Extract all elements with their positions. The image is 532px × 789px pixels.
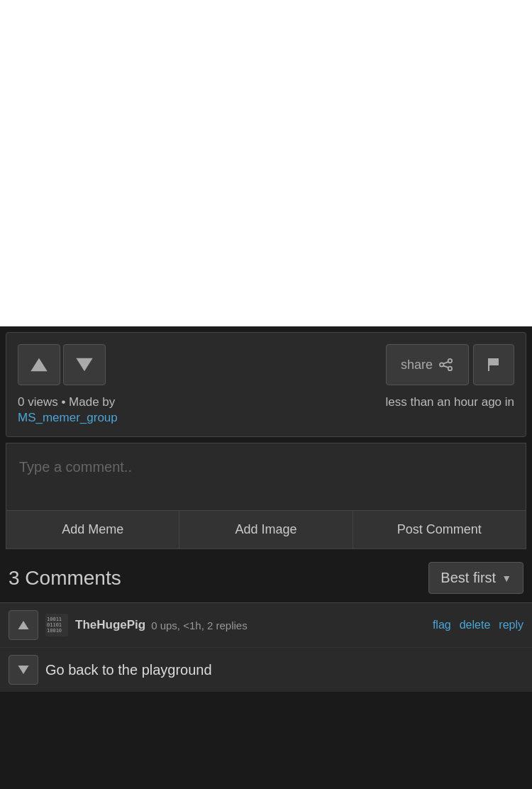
svg-marker-1 bbox=[76, 358, 92, 372]
comment-item: 10011 01101 10010 TheHugePig 0 ups, <1h,… bbox=[0, 602, 532, 692]
flag-icon bbox=[485, 356, 502, 373]
svg-point-2 bbox=[448, 359, 452, 363]
share-icon bbox=[438, 358, 454, 371]
comments-section: 3 Comments Best first ▼ 10011 01101 1001… bbox=[0, 549, 532, 692]
svg-marker-8 bbox=[18, 621, 29, 629]
svg-line-6 bbox=[443, 365, 448, 368]
svg-marker-0 bbox=[31, 358, 47, 372]
delete-comment-link[interactable]: delete bbox=[460, 619, 491, 631]
add-image-button[interactable]: Add Image bbox=[179, 511, 353, 548]
svg-line-5 bbox=[443, 362, 448, 364]
post-comment-button[interactable]: Post Comment bbox=[353, 511, 526, 548]
svg-text:01101: 01101 bbox=[47, 622, 62, 628]
comment-username: TheHugePig bbox=[75, 618, 145, 632]
comments-header: 3 Comments Best first ▼ bbox=[0, 549, 532, 602]
avatar: 10011 01101 10010 bbox=[45, 614, 68, 636]
post-panel: share 0 views • bbox=[6, 332, 526, 437]
comment-stats: 0 ups, <1h, 2 replies bbox=[151, 619, 248, 631]
comment-content-row: Go back to the playground bbox=[0, 648, 532, 692]
chevron-down-icon: ▼ bbox=[501, 573, 511, 584]
action-buttons: share bbox=[386, 344, 514, 385]
flag-button[interactable] bbox=[473, 344, 514, 385]
comment-actions: flag delete reply bbox=[433, 619, 523, 631]
content-area bbox=[0, 0, 532, 326]
comments-count: 3 Comments bbox=[9, 567, 121, 590]
comment-input-area: Add Meme Add Image Post Comment bbox=[6, 443, 526, 549]
comment-upvote-icon bbox=[17, 619, 30, 631]
share-button[interactable]: share bbox=[386, 344, 469, 385]
avatar-icon: 10011 01101 10010 bbox=[45, 614, 68, 636]
upvote-button[interactable] bbox=[18, 344, 60, 385]
comment-action-row: Add Meme Add Image Post Comment bbox=[6, 510, 526, 548]
flag-comment-link[interactable]: flag bbox=[433, 619, 451, 631]
comment-meta: TheHugePig 0 ups, <1h, 2 replies bbox=[75, 618, 426, 632]
comment-downvote-icon bbox=[17, 663, 30, 676]
downvote-icon bbox=[74, 355, 94, 375]
svg-text:10010: 10010 bbox=[47, 628, 62, 634]
time-ago: less than an hour ago in bbox=[386, 395, 514, 409]
svg-rect-7 bbox=[488, 358, 489, 371]
add-meme-button[interactable]: Add Meme bbox=[6, 511, 179, 548]
reply-comment-link[interactable]: reply bbox=[499, 619, 523, 631]
comment-textarea[interactable] bbox=[6, 443, 526, 507]
vote-buttons bbox=[18, 344, 106, 385]
svg-marker-13 bbox=[18, 666, 29, 674]
vote-share-row: share bbox=[18, 344, 514, 385]
upvote-icon bbox=[29, 355, 49, 375]
downvote-button[interactable] bbox=[63, 344, 106, 385]
comment-downvote-button[interactable] bbox=[9, 655, 38, 685]
share-label: share bbox=[401, 358, 433, 373]
svg-point-4 bbox=[440, 363, 443, 366]
comment-upvote-button[interactable] bbox=[9, 610, 38, 640]
sort-label: Best first bbox=[440, 570, 496, 586]
comment-top-row: 10011 01101 10010 TheHugePig 0 ups, <1h,… bbox=[0, 603, 532, 648]
views-text: 0 views • Made by bbox=[18, 395, 118, 409]
svg-text:10011: 10011 bbox=[47, 617, 62, 622]
svg-point-3 bbox=[448, 367, 452, 370]
comment-text: Go back to the playground bbox=[45, 662, 212, 678]
sort-dropdown[interactable]: Best first ▼ bbox=[428, 562, 523, 594]
author-link[interactable]: MS_memer_group bbox=[18, 411, 118, 425]
meta-left: 0 views • Made by MS_memer_group bbox=[18, 395, 118, 425]
meta-row: 0 views • Made by MS_memer_group less th… bbox=[18, 395, 514, 425]
